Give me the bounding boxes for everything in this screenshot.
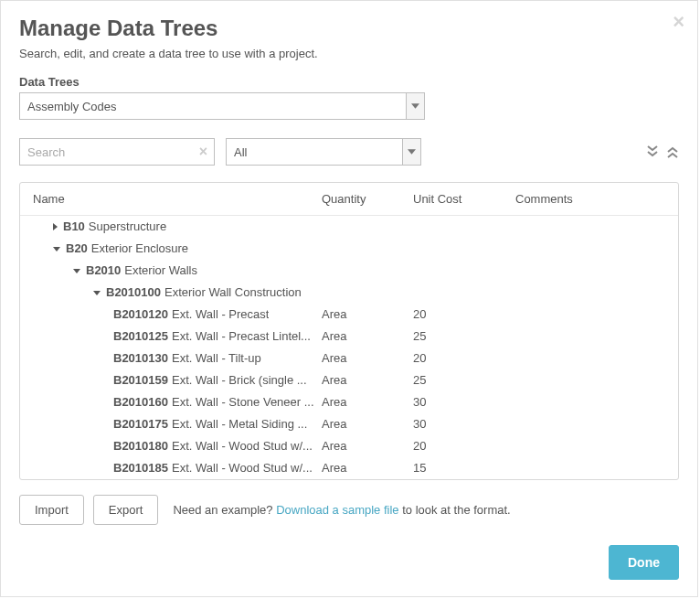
tree-code: B2010130 <box>113 350 168 367</box>
tree-label: Ext. Wall - Metal Siding ... <box>172 416 307 433</box>
tree-unit-cost: 20 <box>413 306 515 323</box>
tree-code: B20 <box>66 241 88 257</box>
tree-code: B2010175 <box>113 416 168 433</box>
tree-row[interactable]: B20Exterior Enclosure <box>20 238 678 260</box>
done-button[interactable]: Done <box>609 545 679 580</box>
tree-unit-cost: 20 <box>413 350 515 367</box>
tree-label: Superstructure <box>89 219 166 235</box>
search-input[interactable] <box>19 138 215 166</box>
tree-row[interactable]: B2010160Ext. Wall - Stone Veneer ...Area… <box>20 391 678 413</box>
tree-unit-cost: 30 <box>413 394 515 411</box>
tree-code: B2010159 <box>113 372 168 389</box>
tree-unit-cost: 25 <box>413 328 515 345</box>
caret-down-icon[interactable] <box>73 269 80 273</box>
search-box: × <box>19 138 215 166</box>
expand-controls <box>646 145 679 158</box>
tree-label: Ext. Wall - Precast Lintel... <box>172 328 311 345</box>
caret-down-icon[interactable] <box>93 291 101 295</box>
import-button[interactable]: Import <box>19 495 84 525</box>
tree-quantity: Area <box>322 416 413 433</box>
table-body[interactable]: B10SuperstructureB20Exterior EnclosureB2… <box>20 216 678 479</box>
tree-quantity: Area <box>322 438 413 455</box>
tree-label: Ext. Wall - Wood Stud w/... <box>172 438 313 455</box>
tree-quantity: Area <box>322 372 413 389</box>
download-sample-link[interactable]: Download a sample file <box>276 503 398 517</box>
tree-name-cell: B2010175Ext. Wall - Metal Siding ... <box>33 416 322 433</box>
tree-label: Exterior Walls <box>124 262 197 279</box>
tree-row[interactable]: B2010175Ext. Wall - Metal Siding ...Area… <box>20 413 678 435</box>
tree-label: Ext. Wall - Tilt-up <box>172 350 261 367</box>
tree-name-cell: B2010160Ext. Wall - Stone Veneer ... <box>33 394 322 411</box>
example-suffix: to look at the format. <box>399 503 511 517</box>
collapse-all-icon[interactable] <box>666 145 679 158</box>
filter-row: × All <box>19 138 679 166</box>
header-name: Name <box>33 192 322 206</box>
filter-select-wrap: All <box>226 138 421 166</box>
header-unit-cost: Unit Cost <box>413 192 515 206</box>
tree-code: B2010120 <box>113 306 168 323</box>
tree-row[interactable]: B2010185Ext. Wall - Wood Stud w/...Area1… <box>20 457 678 479</box>
manage-data-trees-dialog: × Manage Data Trees Search, edit, and cr… <box>0 0 698 597</box>
bottom-actions: Import Export Need an example? Download … <box>19 495 679 525</box>
tree-name-cell: B20Exterior Enclosure <box>33 241 322 257</box>
tree-row[interactable]: B2010125Ext. Wall - Precast Lintel...Are… <box>20 326 678 348</box>
data-trees-label: Data Trees <box>19 75 679 89</box>
tree-label: Exterior Enclosure <box>91 241 188 257</box>
tree-name-cell: B2010185Ext. Wall - Wood Stud w/... <box>33 460 322 476</box>
tree-name-cell: B2010120Ext. Wall - Precast <box>33 306 322 323</box>
tree-row[interactable]: B2010180Ext. Wall - Wood Stud w/...Area2… <box>20 435 678 457</box>
tree-name-cell: B2010Exterior Walls <box>33 262 322 279</box>
tree-name-cell: B10Superstructure <box>33 219 322 235</box>
export-button[interactable]: Export <box>93 495 159 525</box>
caret-right-icon[interactable] <box>53 223 58 230</box>
close-icon[interactable]: × <box>673 10 684 34</box>
tree-name-cell: B2010159Ext. Wall - Brick (single ... <box>33 372 322 389</box>
clear-search-icon[interactable]: × <box>199 144 207 160</box>
header-quantity: Quantity <box>322 192 413 206</box>
example-prefix: Need an example? <box>173 503 276 517</box>
caret-down-icon[interactable] <box>53 247 60 251</box>
filter-select[interactable]: All <box>226 138 421 166</box>
tree-unit-cost: 20 <box>413 438 515 455</box>
data-trees-select-wrap: Assembly Codes <box>19 92 425 120</box>
tree-table: Name Quantity Unit Cost Comments B10Supe… <box>19 182 679 480</box>
tree-code: B2010125 <box>113 328 168 345</box>
tree-name-cell: B2010100Exterior Wall Construction <box>33 284 322 301</box>
tree-unit-cost: 30 <box>413 416 515 433</box>
tree-quantity: Area <box>322 306 413 323</box>
tree-code: B2010185 <box>113 460 168 476</box>
tree-code: B2010160 <box>113 394 168 411</box>
tree-name-cell: B2010180Ext. Wall - Wood Stud w/... <box>33 438 322 455</box>
tree-row[interactable]: B10Superstructure <box>20 216 678 238</box>
tree-unit-cost: 15 <box>413 460 515 476</box>
tree-quantity: Area <box>322 350 413 367</box>
tree-code: B2010100 <box>106 284 161 301</box>
tree-code: B2010 <box>86 262 121 279</box>
dialog-subtitle: Search, edit, and create a data tree to … <box>19 47 679 60</box>
tree-row[interactable]: B2010159Ext. Wall - Brick (single ...Are… <box>20 369 678 391</box>
tree-row[interactable]: B2010120Ext. Wall - PrecastArea20 <box>20 304 678 326</box>
tree-row[interactable]: B2010130Ext. Wall - Tilt-upArea20 <box>20 348 678 369</box>
tree-name-cell: B2010130Ext. Wall - Tilt-up <box>33 350 322 367</box>
tree-quantity: Area <box>322 328 413 345</box>
tree-code: B2010180 <box>113 438 168 455</box>
tree-row[interactable]: B2010Exterior Walls <box>20 260 678 282</box>
tree-unit-cost: 25 <box>413 372 515 389</box>
table-header: Name Quantity Unit Cost Comments <box>20 183 678 216</box>
tree-label: Ext. Wall - Precast <box>172 306 269 323</box>
tree-quantity: Area <box>322 460 413 476</box>
tree-label: Exterior Wall Construction <box>164 284 302 301</box>
tree-name-cell: B2010125Ext. Wall - Precast Lintel... <box>33 328 322 345</box>
dialog-title: Manage Data Trees <box>19 16 679 41</box>
data-trees-select[interactable]: Assembly Codes <box>19 92 425 120</box>
header-comments: Comments <box>515 192 665 206</box>
tree-label: Ext. Wall - Wood Stud w/... <box>172 460 313 476</box>
tree-code: B10 <box>63 219 85 235</box>
tree-quantity: Area <box>322 394 413 411</box>
tree-label: Ext. Wall - Brick (single ... <box>172 372 307 389</box>
tree-row[interactable]: B2010100Exterior Wall Construction <box>20 282 678 304</box>
expand-all-icon[interactable] <box>646 145 659 158</box>
done-row: Done <box>609 545 679 580</box>
example-text: Need an example? Download a sample file … <box>173 503 510 517</box>
tree-label: Ext. Wall - Stone Veneer ... <box>172 394 314 411</box>
